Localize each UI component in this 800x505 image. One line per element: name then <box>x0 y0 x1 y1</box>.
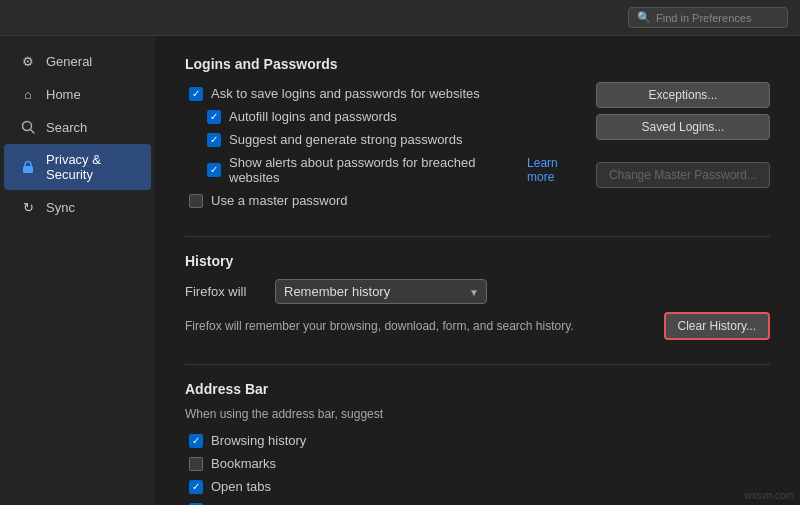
checkbox-bookmarks[interactable] <box>189 457 203 471</box>
history-select[interactable]: Remember history Never remember history … <box>275 279 487 304</box>
checkbox-row-browsing-history: Browsing history <box>185 429 770 452</box>
sidebar-label-search: Search <box>46 120 87 135</box>
logins-title: Logins and Passwords <box>185 56 770 72</box>
checkbox-label-suggest[interactable]: Suggest and generate strong passwords <box>229 132 462 147</box>
checkbox-row-master: Use a master password <box>185 189 586 212</box>
learn-more-link[interactable]: Learn more <box>527 156 586 184</box>
search-sidebar-icon <box>20 119 36 135</box>
top-bar: 🔍 Find in Preferences <box>0 0 800 36</box>
home-icon: ⌂ <box>20 86 36 102</box>
address-bar-title: Address Bar <box>185 381 770 397</box>
main-layout: ⚙ General ⌂ Home Search Privacy <box>0 36 800 505</box>
history-section: History Firefox will Remember history Ne… <box>185 253 770 340</box>
logins-section-row: Ask to save logins and passwords for web… <box>185 82 770 212</box>
sidebar-label-general: General <box>46 54 92 69</box>
login-buttons: Exceptions... Saved Logins... Change Mas… <box>596 82 770 188</box>
search-icon: 🔍 <box>637 11 651 24</box>
find-placeholder: Find in Preferences <box>656 12 751 24</box>
watermark: wxsvn.com <box>745 490 794 501</box>
checkbox-row-autofill: Autofill logins and passwords <box>185 105 586 128</box>
sidebar-label-home: Home <box>46 87 81 102</box>
address-bar-section: Address Bar When using the address bar, … <box>185 381 770 505</box>
saved-logins-button[interactable]: Saved Logins... <box>596 114 770 140</box>
history-description: Firefox will remember your browsing, dow… <box>185 319 650 333</box>
history-desc-row: Firefox will remember your browsing, dow… <box>185 312 770 340</box>
logins-section: Logins and Passwords Ask to save logins … <box>185 56 770 212</box>
sidebar-item-general[interactable]: ⚙ General <box>4 45 151 77</box>
gear-icon: ⚙ <box>20 53 36 69</box>
checkbox-label-master[interactable]: Use a master password <box>211 193 348 208</box>
exceptions-button[interactable]: Exceptions... <box>596 82 770 108</box>
checkbox-label-autofill[interactable]: Autofill logins and passwords <box>229 109 397 124</box>
checkbox-browsing-history[interactable] <box>189 434 203 448</box>
sidebar: ⚙ General ⌂ Home Search Privacy <box>0 36 155 505</box>
checkbox-label-breach[interactable]: Show alerts about passwords for breached… <box>229 155 586 185</box>
divider-1 <box>185 236 770 237</box>
checkbox-row-suggest: Suggest and generate strong passwords <box>185 128 586 151</box>
content-area: Logins and Passwords Ask to save logins … <box>155 36 800 505</box>
checkbox-ask-save[interactable] <box>189 87 203 101</box>
sidebar-label-privacy: Privacy & Security <box>46 152 135 182</box>
checkbox-label-browsing-history[interactable]: Browsing history <box>211 433 306 448</box>
sidebar-item-home[interactable]: ⌂ Home <box>4 78 151 110</box>
clear-history-button[interactable]: Clear History... <box>664 312 770 340</box>
lock-icon <box>20 159 36 175</box>
address-bar-subtitle: When using the address bar, suggest <box>185 407 770 421</box>
checkbox-label-bookmarks[interactable]: Bookmarks <box>211 456 276 471</box>
sidebar-item-sync[interactable]: ↻ Sync <box>4 191 151 223</box>
checkbox-suggest[interactable] <box>207 133 221 147</box>
divider-2 <box>185 364 770 365</box>
sidebar-label-sync: Sync <box>46 200 75 215</box>
checkbox-label-open-tabs[interactable]: Open tabs <box>211 479 271 494</box>
history-title: History <box>185 253 770 269</box>
checkbox-row-bookmarks: Bookmarks <box>185 452 770 475</box>
change-master-button[interactable]: Change Master Password... <box>596 162 770 188</box>
checkbox-label-ask-save[interactable]: Ask to save logins and passwords for web… <box>211 86 480 101</box>
checkbox-breach[interactable] <box>207 163 221 177</box>
sync-icon: ↻ <box>20 199 36 215</box>
find-in-prefs-input[interactable]: 🔍 Find in Preferences <box>628 7 788 28</box>
checkbox-row-top-sites: Top sites <box>185 498 770 505</box>
firefox-will-label: Firefox will <box>185 284 265 299</box>
svg-line-1 <box>31 130 35 134</box>
checkbox-row-open-tabs: Open tabs <box>185 475 770 498</box>
sidebar-item-search[interactable]: Search <box>4 111 151 143</box>
history-will-row: Firefox will Remember history Never reme… <box>185 279 770 304</box>
checkbox-master[interactable] <box>189 194 203 208</box>
checkbox-row-ask-save: Ask to save logins and passwords for web… <box>185 82 586 105</box>
checkbox-autofill[interactable] <box>207 110 221 124</box>
svg-rect-2 <box>23 166 33 173</box>
sidebar-item-privacy[interactable]: Privacy & Security <box>4 144 151 190</box>
checkbox-row-breach: Show alerts about passwords for breached… <box>185 151 586 189</box>
checkbox-open-tabs[interactable] <box>189 480 203 494</box>
history-select-wrap: Remember history Never remember history … <box>275 279 487 304</box>
logins-checkboxes: Ask to save logins and passwords for web… <box>185 82 586 212</box>
